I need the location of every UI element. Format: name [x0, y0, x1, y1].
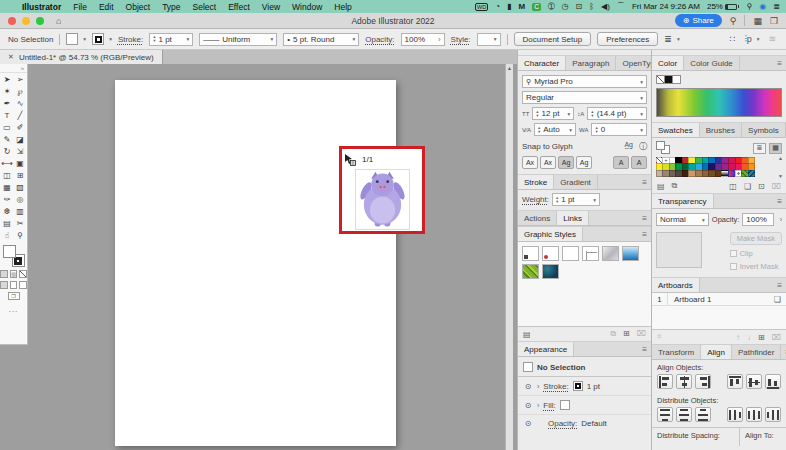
draw-inside-button[interactable]	[19, 281, 27, 289]
snap-option-2[interactable]: Ax	[540, 156, 556, 169]
tab-character[interactable]: Character	[518, 56, 566, 70]
meter-icon[interactable]: ◔	[495, 0, 500, 13]
menu-help[interactable]: Help	[328, 2, 357, 12]
new-color-group-icon[interactable]: ❏	[744, 182, 751, 191]
visibility-eye-icon[interactable]: ⊙	[523, 382, 533, 391]
canvas-vertical-scrollbar[interactable]: ▲	[505, 64, 513, 450]
free-transform-tool[interactable]: ▣	[14, 157, 27, 169]
visibility-eye-icon[interactable]: ⊙	[523, 401, 533, 410]
stroke-label[interactable]: Stroke:	[118, 35, 143, 44]
panel-menu-icon[interactable]: ≡	[773, 194, 786, 208]
screen-mode-button[interactable]: ❐	[8, 292, 20, 300]
style-teal-texture[interactable]	[542, 264, 559, 279]
tab-align[interactable]: Align	[701, 345, 732, 359]
menu-clock[interactable]: Fri Mar 24 9:26 AM	[632, 2, 700, 11]
list-view-icon[interactable]: ≣	[753, 143, 766, 154]
color-mode-button[interactable]	[0, 270, 8, 278]
tab-color[interactable]: Color	[652, 56, 684, 70]
artboard-name[interactable]: Artboard 1	[668, 295, 711, 304]
menu-illustrator[interactable]: Illustrator	[16, 2, 67, 12]
wd-icon[interactable]: WD	[475, 3, 488, 11]
tab-stroke[interactable]: Stroke	[518, 175, 554, 189]
tab-graphic-styles[interactable]: Graphic Styles	[518, 227, 583, 241]
panel-menu-icon[interactable]: ≡	[781, 345, 786, 359]
distribute-center-button[interactable]	[746, 407, 762, 422]
color-none-black-white[interactable]	[656, 75, 680, 84]
type-tool[interactable]: T	[1, 109, 14, 121]
tab-brushes[interactable]: Brushes	[700, 123, 742, 137]
artboard-row[interactable]: 1 Artboard 1 ❏	[652, 293, 786, 306]
direct-selection-tool[interactable]: ➢	[14, 73, 27, 85]
blend-tool[interactable]: ◎	[14, 193, 27, 205]
style-green-texture[interactable]	[522, 264, 539, 279]
menu-type[interactable]: Type	[156, 2, 186, 12]
mesh-tool[interactable]: ▦	[1, 181, 14, 193]
expand-icon[interactable]: ›	[537, 402, 539, 409]
brush-definition-select[interactable]: •5 pt. Round▾	[283, 33, 359, 46]
align-left-button[interactable]	[657, 374, 673, 389]
font-family-select[interactable]: ⚲ Myriad Pro▾	[522, 75, 647, 88]
edit-toolbar-button[interactable]: ...	[0, 305, 27, 314]
selection-tool[interactable]: ➤	[1, 73, 14, 85]
artboard-tool[interactable]: ▤	[1, 217, 14, 229]
panel-menu-icon[interactable]: ≡	[638, 175, 651, 189]
draw-behind-button[interactable]	[10, 281, 18, 289]
document-setup-button[interactable]: Document Setup	[514, 32, 592, 46]
control-center-icon[interactable]: ≣	[773, 0, 780, 13]
tab-swatches[interactable]: Swatches	[652, 123, 700, 137]
panel-menu-icon[interactable]: ≡	[773, 56, 786, 70]
menu-select[interactable]: Select	[187, 2, 223, 12]
info-icon[interactable]: ⓘ	[639, 141, 647, 152]
appearance-stroke-swatch[interactable]	[573, 381, 583, 391]
document-tab[interactable]: ✕ Untitled-1* @ 54.73 % (RGB/Preview)	[0, 50, 163, 64]
stroke-color-picker[interactable]: ▾	[92, 33, 112, 45]
swatch-scrollbar[interactable]: ▲ ▼	[778, 155, 786, 179]
style-corner[interactable]	[542, 246, 559, 261]
zoom-tool[interactable]: ⚲	[14, 229, 27, 241]
appearance-opacity-label[interactable]: Opacity:	[548, 419, 577, 428]
symbol-sprayer-tool[interactable]: ❆	[1, 205, 14, 217]
distribute-bottom-button[interactable]	[695, 407, 711, 422]
tab-actions[interactable]: Actions	[518, 211, 557, 225]
snap-option-4[interactable]: Ag	[576, 156, 592, 169]
share-button[interactable]: ⊕ Share	[675, 14, 722, 27]
shaper-tool[interactable]: ✎	[1, 133, 14, 145]
dark-app-icon[interactable]: ▮	[507, 0, 511, 13]
tab-transform[interactable]: Transform	[652, 345, 701, 359]
swatch-kinds-icon[interactable]: ⧉	[672, 181, 678, 191]
opacity-flyout-icon[interactable]: ›	[777, 216, 782, 223]
tab-artboards[interactable]: Artboards	[652, 278, 700, 292]
styles-library-icon[interactable]: ▤	[523, 330, 531, 339]
panel-menu-icon[interactable]: ≡	[638, 227, 651, 241]
tab-appearance[interactable]: Appearance	[518, 342, 574, 356]
stroke-weight-input[interactable]: ▴▾ 1 pt▾	[149, 33, 193, 46]
style-plain[interactable]	[562, 246, 579, 261]
artboard[interactable]: 1/1	[115, 80, 396, 446]
scroll-up-icon[interactable]: ▲	[778, 155, 783, 161]
artboard-page-icon[interactable]: ❏	[774, 295, 786, 304]
onepassword-icon[interactable]: ➀	[548, 0, 555, 13]
style-label[interactable]: Style:	[451, 35, 471, 44]
curvature-tool[interactable]: ∿	[14, 97, 27, 109]
menu-window[interactable]: Window	[286, 2, 328, 12]
perspective-grid-tool[interactable]: ⊞	[14, 169, 27, 181]
pig-image[interactable]	[355, 169, 410, 230]
tab-pathfinder[interactable]: Pathfinder	[732, 345, 781, 359]
bluetooth-icon[interactable]: ᛒ	[589, 0, 594, 13]
transparency-opacity-input[interactable]: 100%	[742, 213, 773, 226]
menu-view[interactable]: View	[256, 2, 286, 12]
slice-tool[interactable]: ✂	[14, 217, 27, 229]
placed-image-selection[interactable]: 1/1	[339, 146, 425, 234]
menu-effect[interactable]: Effect	[222, 2, 256, 12]
style-select[interactable]: ▾	[477, 33, 501, 46]
appearance-stroke-label[interactable]: Stroke:	[543, 382, 568, 391]
tab-color-guide[interactable]: Color Guide	[684, 56, 740, 70]
fill-color-picker[interactable]: ▾	[66, 33, 86, 45]
new-style-icon[interactable]: ⊞	[623, 329, 630, 339]
appearance-fill-swatch[interactable]	[560, 400, 570, 410]
workspace-menu-icon[interactable]: ⫶p▾	[744, 34, 759, 45]
battery-indicator[interactable]: 25%	[707, 2, 740, 11]
weight-label[interactable]: Weight:	[522, 195, 549, 204]
panel-menu-icon[interactable]: ≡	[638, 211, 651, 225]
opacity-label[interactable]: Opacity:	[365, 35, 394, 44]
